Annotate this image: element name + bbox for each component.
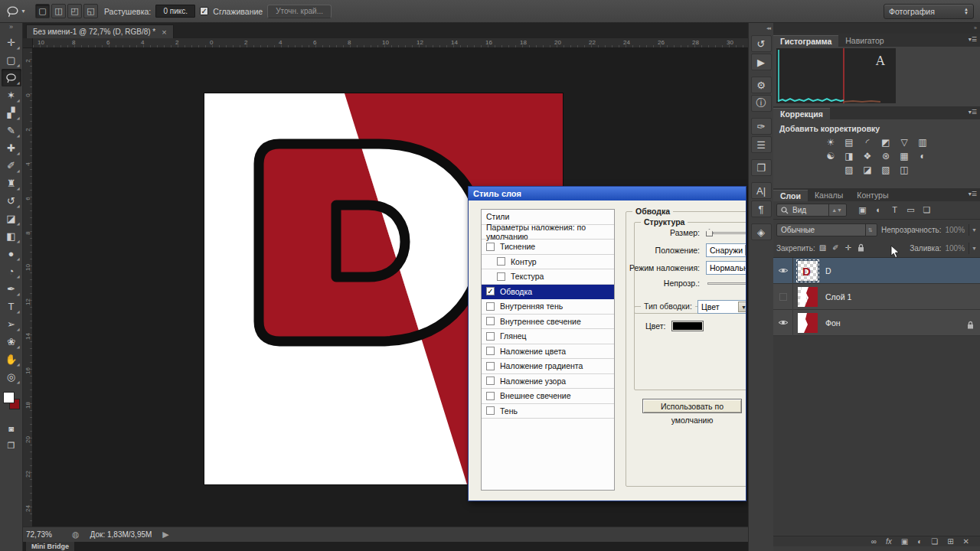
brush-presets-panel-icon[interactable]: ☰ bbox=[751, 136, 772, 153]
rectangular-marquee-tool[interactable]: ▢◢ bbox=[2, 51, 21, 69]
lock-transparency-icon[interactable]: ▨ bbox=[819, 243, 826, 253]
style-item-row[interactable]: Тиснение bbox=[482, 240, 614, 255]
stroke-opacity-slider[interactable] bbox=[707, 282, 746, 285]
fill-type-combo[interactable]: Цвет ▼ bbox=[697, 300, 746, 314]
subtract-from-selection-button[interactable]: ◰ bbox=[67, 4, 82, 18]
style-item-row[interactable]: Внешнее свечение bbox=[482, 389, 614, 404]
style-item-row[interactable]: Внутренняя тень bbox=[482, 299, 614, 315]
levels-icon[interactable]: ▤ bbox=[843, 137, 856, 148]
filter-pixel-layers-icon[interactable]: ▣ bbox=[857, 205, 868, 215]
blend-mode-select[interactable]: Обычные ⇅ bbox=[776, 223, 877, 236]
paragraph-panel-icon[interactable]: ¶ bbox=[751, 201, 772, 217]
gradient-map-icon[interactable]: ◫ bbox=[898, 165, 911, 176]
brush-panel-icon[interactable]: ✑ bbox=[751, 118, 772, 135]
unchecked-checkbox[interactable] bbox=[486, 332, 495, 341]
panel-menu-icon[interactable]: ▾☰ bbox=[969, 36, 977, 43]
filter-type-layers-icon[interactable]: T bbox=[889, 205, 900, 215]
unchecked-checkbox[interactable] bbox=[486, 243, 495, 251]
unchecked-checkbox[interactable] bbox=[486, 302, 495, 311]
invert-icon[interactable]: ◐ bbox=[916, 151, 929, 162]
layer-row[interactable]: Слой 1 bbox=[773, 284, 980, 310]
dodge-tool[interactable]: ◔◢ bbox=[2, 262, 21, 280]
tab-histogram[interactable]: Гистограмма bbox=[773, 35, 838, 47]
style-item-row[interactable]: Глянец bbox=[482, 329, 614, 344]
layer-thumbnail[interactable] bbox=[798, 313, 818, 333]
tab-channels[interactable]: Каналы bbox=[808, 190, 850, 201]
move-tool[interactable]: ✛◢ bbox=[2, 34, 21, 51]
3d-panel-icon[interactable]: ◈ bbox=[751, 223, 772, 240]
panel-menu-icon[interactable]: ▾☰ bbox=[969, 191, 977, 197]
style-item-row[interactable]: Наложение цвета bbox=[482, 344, 614, 360]
visibility-toggle-empty[interactable] bbox=[773, 284, 793, 310]
blur-tool[interactable]: ●◢ bbox=[2, 245, 21, 262]
magic-wand-tool[interactable]: ✶◢ bbox=[2, 86, 21, 104]
eyedropper-tool[interactable]: ✎◢ bbox=[2, 122, 21, 139]
unchecked-checkbox[interactable] bbox=[497, 272, 505, 281]
blending-options-item[interactable]: Параметры наложения: по умолчанию bbox=[482, 225, 614, 240]
curves-icon[interactable]: ◜ bbox=[861, 137, 874, 148]
antialias-checkbox[interactable]: ✓ bbox=[200, 7, 208, 15]
new-adjustment-layer-icon[interactable]: ◐ bbox=[917, 538, 922, 546]
brightness-contrast-icon[interactable]: ☀ bbox=[825, 137, 838, 148]
blend-mode-combo[interactable]: Нормальный bbox=[706, 261, 746, 275]
posterize-icon[interactable]: ▨ bbox=[843, 165, 856, 176]
opacity-dropdown-icon[interactable]: ▼ bbox=[969, 224, 977, 236]
black-white-icon[interactable]: ◨ bbox=[843, 151, 856, 162]
style-item-row[interactable]: Тень bbox=[482, 404, 614, 419]
feather-input[interactable]: 0 пикс. bbox=[155, 5, 195, 18]
close-tab-icon[interactable]: × bbox=[162, 28, 166, 37]
lock-all-icon[interactable] bbox=[858, 243, 864, 253]
layer-row[interactable]: Фон bbox=[773, 310, 980, 336]
style-item-row[interactable]: Контур bbox=[482, 255, 614, 270]
mini-bridge-tab[interactable]: Mini Bridge bbox=[26, 542, 74, 551]
position-combo[interactable]: Снаружи ▼ bbox=[706, 243, 746, 257]
panels-collapse-bar[interactable]: » bbox=[773, 23, 980, 34]
style-item-row[interactable]: Текстура bbox=[482, 269, 614, 285]
unchecked-checkbox[interactable] bbox=[486, 392, 495, 400]
channel-mixer-icon[interactable]: ⊛ bbox=[880, 151, 893, 162]
unchecked-checkbox[interactable] bbox=[486, 406, 495, 415]
document-tab[interactable]: Без имени-1 @ 72,7% (D, RGB/8) * × bbox=[26, 24, 174, 38]
gradient-tool[interactable]: ◧◢ bbox=[2, 227, 21, 245]
threshold-icon[interactable]: ◪ bbox=[861, 165, 874, 176]
stroke-color-swatch[interactable] bbox=[671, 321, 704, 331]
unchecked-checkbox[interactable] bbox=[486, 317, 495, 325]
add-layer-mask-icon[interactable]: ▣ bbox=[901, 538, 908, 546]
lock-pixels-icon[interactable]: ✐ bbox=[832, 243, 838, 253]
custom-shape-tool[interactable]: ❀◢ bbox=[2, 333, 21, 350]
current-tool-button[interactable]: ▼ bbox=[6, 5, 26, 18]
new-group-icon[interactable]: ❏ bbox=[931, 538, 938, 546]
tab-adjustments[interactable]: Коррекция bbox=[773, 108, 830, 119]
refine-edge-button[interactable]: Уточн. край... bbox=[267, 5, 332, 18]
toolbar-expander[interactable]: » bbox=[0, 23, 22, 34]
tab-layers[interactable]: Слои bbox=[773, 190, 808, 201]
character-panel-icon[interactable]: A| bbox=[751, 182, 772, 199]
layer-thumbnail[interactable] bbox=[798, 287, 818, 307]
eraser-tool[interactable]: ◪◢ bbox=[2, 210, 21, 227]
fill-dropdown-icon[interactable]: ▼ bbox=[969, 243, 977, 254]
unchecked-checkbox[interactable] bbox=[497, 257, 505, 266]
style-item-row[interactable]: Внутреннее свечение bbox=[482, 315, 614, 330]
selective-color-icon[interactable]: ▧ bbox=[880, 165, 893, 176]
actions-panel-icon[interactable]: ▶ bbox=[751, 54, 772, 70]
healing-brush-tool[interactable]: ✚◢ bbox=[2, 139, 21, 157]
path-selection-tool[interactable]: ➢◢ bbox=[2, 315, 21, 333]
history-panel-icon[interactable]: ↺ bbox=[751, 35, 772, 52]
lock-position-icon[interactable]: ✛ bbox=[845, 243, 851, 253]
visibility-eye-toggle[interactable] bbox=[773, 258, 793, 284]
vibrance-icon[interactable]: ▽ bbox=[898, 137, 911, 148]
unchecked-checkbox[interactable] bbox=[486, 362, 495, 370]
pen-tool[interactable]: ✒◢ bbox=[2, 280, 21, 298]
color-lookup-icon[interactable]: ▦ bbox=[898, 151, 911, 162]
clone-source-panel-icon[interactable]: ❐ bbox=[751, 159, 772, 176]
add-to-selection-button[interactable]: ◫ bbox=[51, 4, 66, 18]
dock-collapse-arrows[interactable]: ◂◂ bbox=[749, 23, 773, 34]
info-panel-icon[interactable]: ⓘ bbox=[751, 95, 772, 112]
layer-row[interactable]: DD bbox=[773, 258, 980, 284]
clone-stamp-tool[interactable]: ♜◢ bbox=[2, 174, 21, 192]
delete-layer-icon[interactable]: ✕ bbox=[963, 538, 969, 546]
new-selection-button[interactable]: ▢ bbox=[35, 4, 50, 18]
hue-saturation-icon[interactable]: ▥ bbox=[916, 137, 929, 148]
make-default-button[interactable]: Использовать по умолчанию bbox=[642, 399, 742, 413]
status-zoom-level[interactable]: 72,73% bbox=[26, 530, 61, 539]
